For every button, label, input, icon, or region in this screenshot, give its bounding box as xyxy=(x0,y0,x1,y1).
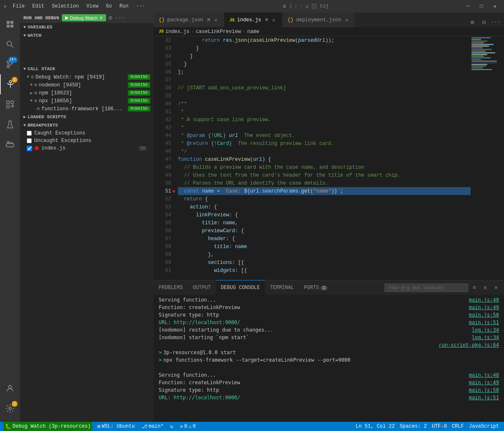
breakpoint-indexjs[interactable]: index.js 25 xyxy=(20,145,154,152)
console-output[interactable]: Serving function... main.js:48 Function:… xyxy=(154,295,504,422)
console-link[interactable]: main.js:50 xyxy=(469,387,499,393)
activity-settings[interactable]: 1 xyxy=(0,398,20,418)
callstack-functions-label: functions-framework [106... xyxy=(41,106,128,112)
editor-area: {} package.json M ✕ JS index.js M ✕ {} d… xyxy=(154,13,504,422)
watch-section: ▼ WATCH xyxy=(20,31,154,65)
console-link[interactable]: main.js:48 xyxy=(469,297,499,303)
menu-selection[interactable]: Selection xyxy=(48,3,82,10)
close-button[interactable]: ✕ xyxy=(489,2,501,10)
callstack-item-main[interactable]: ▼ ⚙ Debug Watch: npm [9419] RUNNING xyxy=(20,73,154,81)
breadcrumb-sep2: › xyxy=(243,29,246,35)
tab-debug-console[interactable]: DEBUG CONSOLE xyxy=(216,280,265,295)
tab-problems[interactable]: PROBLEMS xyxy=(154,280,188,295)
breadcrumb: JS index.js › caseLinkPreview › name xyxy=(154,27,504,36)
menu-file[interactable]: File xyxy=(9,3,28,10)
variables-header[interactable]: ▼ VARIABLES xyxy=(20,23,154,31)
menu-edit[interactable]: Edit xyxy=(29,3,48,10)
console-expand-icon[interactable]: ∧ xyxy=(481,283,490,292)
menu-more[interactable]: ··· xyxy=(133,3,149,10)
console-link[interactable]: main.js:48 xyxy=(469,372,499,378)
console-list-view-icon[interactable]: ≡ xyxy=(470,283,479,292)
menu-view[interactable]: View xyxy=(83,3,102,10)
tab-ports[interactable]: PORTS 2 xyxy=(299,280,332,295)
callstack-item-npx[interactable]: ▼ ⚙ npx [10656] RUNNING xyxy=(20,97,154,105)
status-sync[interactable]: ↻ xyxy=(169,422,175,431)
menu-run[interactable]: Run xyxy=(116,3,132,10)
debug-step-into-icon[interactable]: ↓ xyxy=(294,3,297,9)
console-line-8: > 3p-resources@1.0.0 start xyxy=(159,349,499,357)
console-link[interactable]: main.js:50 xyxy=(469,312,499,318)
activity-search[interactable] xyxy=(0,34,20,54)
activity-docker[interactable] xyxy=(0,134,20,155)
debug-step-out-icon[interactable]: ↑ xyxy=(300,3,303,9)
tab-package-close[interactable]: ✕ xyxy=(213,17,219,23)
menu-go[interactable]: Go xyxy=(103,3,115,10)
activity-debug[interactable]: 1 xyxy=(0,74,20,94)
indexjs-checkbox[interactable] xyxy=(27,146,32,151)
console-link[interactable]: log.js:34 xyxy=(472,327,499,333)
breadcrumb-filename[interactable]: index.js xyxy=(165,29,190,35)
callstack-header[interactable]: ▼ CALL STACK xyxy=(20,65,154,73)
status-language[interactable]: JavaScript xyxy=(467,422,501,431)
callstack-item-functions[interactable]: ⚙ functions-framework [106... RUNNING xyxy=(20,105,154,113)
console-close-icon[interactable]: ✕ xyxy=(491,283,501,292)
status-debug[interactable]: 🐛 Debug Watch (3p-resources) xyxy=(3,422,92,431)
toggle-sidebar-icon[interactable]: ⊟ xyxy=(479,17,489,27)
activity-account[interactable] xyxy=(0,378,20,398)
status-encoding[interactable]: UTF-8 xyxy=(430,422,448,431)
output-label: OUTPUT xyxy=(193,285,211,291)
console-link[interactable]: main.js:51 xyxy=(469,319,499,325)
breakpoints-header[interactable]: ▼ BREAKPOINTS xyxy=(20,121,154,129)
code-line-56: previewCard: { xyxy=(178,227,471,235)
console-link[interactable]: main.js:51 xyxy=(469,395,499,401)
tab-deployment-json[interactable]: {} deployment.json ✕ xyxy=(282,13,355,27)
split-editor-icon[interactable]: ⊞ xyxy=(467,17,477,27)
console-link[interactable]: run-script-pkg.js:64 xyxy=(439,342,499,348)
activity-explorer[interactable] xyxy=(0,14,20,34)
status-branch[interactable]: ⎇ main* xyxy=(140,422,165,431)
tab-package-json[interactable]: {} package.json M ✕ xyxy=(154,13,225,27)
breadcrumb-var[interactable]: name xyxy=(247,29,259,35)
breadcrumb-file[interactable]: JS xyxy=(159,29,164,34)
tab-index-js[interactable]: JS index.js M ✕ xyxy=(225,13,283,27)
status-spaces[interactable]: Spaces: 2 xyxy=(398,422,428,431)
debug-settings-icon[interactable]: ⚙ xyxy=(109,14,112,21)
maximize-button[interactable]: □ xyxy=(476,2,487,10)
console-filter-input[interactable] xyxy=(385,284,468,292)
callstack-item-nodemon[interactable]: ▼ ⚙ nodemon [9450] RUNNING xyxy=(20,81,154,89)
status-position[interactable]: Ln 51, Col 22 xyxy=(354,422,397,431)
debug-step-over-icon[interactable]: ⤵ xyxy=(289,3,292,10)
loaded-scripts-header[interactable]: ▶ LOADED SCRIPTS xyxy=(20,113,154,121)
uncaught-exceptions-checkbox[interactable] xyxy=(27,138,32,143)
console-link[interactable]: main.js:49 xyxy=(469,304,499,310)
callstack-item-npm[interactable]: ▶ ⚙ npm [10623] RUNNING xyxy=(20,89,154,97)
line-60: 60 xyxy=(154,259,171,266)
console-line-14: URL: http://localhost:9000/ main.js:51 xyxy=(159,394,499,402)
debug-pause-icon[interactable]: ⏸ xyxy=(282,3,287,10)
activity-extensions[interactable] xyxy=(0,94,20,114)
minimize-button[interactable]: ─ xyxy=(462,2,474,10)
debug-restart-icon[interactable]: ↺ xyxy=(305,3,308,10)
activity-testing[interactable] xyxy=(0,114,20,134)
watch-header[interactable]: ▼ WATCH xyxy=(20,31,154,40)
breadcrumb-function[interactable]: caseLinkPreview xyxy=(196,29,241,35)
more-actions-icon[interactable]: ··· xyxy=(491,17,501,27)
debug-stop-icon[interactable]: ⬛ xyxy=(311,3,317,10)
status-wsl[interactable]: ⊞ WSL: Ubuntu xyxy=(96,422,136,431)
activity-scm[interactable]: 1k+ xyxy=(0,54,20,74)
code-line-35: } xyxy=(178,60,471,68)
console-link[interactable]: main.js:49 xyxy=(469,380,499,385)
status-errors[interactable]: ✕ 0 ⚠ 0 xyxy=(178,422,198,431)
debug-more-icon[interactable]: ··· xyxy=(115,15,125,21)
caught-exceptions-checkbox[interactable] xyxy=(27,131,32,136)
console-link[interactable]: log.js:34 xyxy=(472,335,499,340)
tab-index-close[interactable]: ✕ xyxy=(270,17,277,23)
status-line-ending[interactable]: CRLF xyxy=(450,422,466,431)
debug-run-button[interactable]: ▶ Debug Watch ∨ xyxy=(62,14,106,21)
tab-output[interactable]: OUTPUT xyxy=(188,280,216,295)
tab-terminal[interactable]: TERMINAL xyxy=(265,280,299,295)
code-editor[interactable]: 32 33 34 35 36 37 38 39 40 41 42 43 44 4… xyxy=(154,36,504,280)
uncaught-exceptions-label: Uncaught Exceptions xyxy=(34,138,91,144)
line-54: 54 xyxy=(154,211,171,219)
tab-deployment-close[interactable]: ✕ xyxy=(344,17,350,23)
